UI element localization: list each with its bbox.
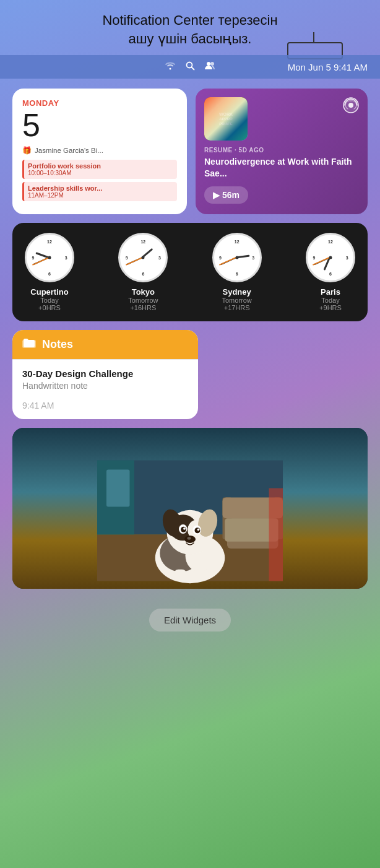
status-datetime: Mon Jun 5 9:41 AM [288, 62, 368, 72]
wifi-icon [165, 61, 176, 72]
svg-point-28 [183, 527, 186, 530]
clock-tokyo: 12 3 6 9 Tokyo Tomorrow +16HRS [118, 233, 168, 311]
svg-rect-32 [174, 570, 187, 581]
gift-icon: 🎁 [22, 146, 32, 155]
svg-point-27 [195, 528, 201, 534]
podcast-header: WORK APPRO PRIATE [204, 97, 359, 141]
podcast-widget[interactable]: WORK APPRO PRIATE [196, 89, 368, 214]
svg-line-1 [191, 67, 194, 69]
photo-widget [12, 428, 368, 589]
clock-sydney: 12 3 6 9 Sydney Tomorrow +17HRS [212, 233, 262, 311]
notes-title: Notes [42, 338, 73, 351]
clocks-row: 12 3 6 9 Cupertino Today +0HRS [25, 233, 355, 311]
svg-point-2 [207, 62, 210, 66]
dog-scene [12, 428, 368, 589]
notes-folder-icon [22, 337, 36, 352]
user-icon [205, 61, 216, 73]
calendar-day: MONDAY [22, 98, 177, 108]
svg-point-3 [210, 62, 214, 66]
notes-note-subtitle: Handwritten note [22, 381, 188, 391]
dog-illustration [97, 453, 283, 589]
clock-face-sydney: 12 3 6 9 [212, 233, 262, 282]
calendar-widget[interactable]: MONDAY 5 🎁 Jasmine Garcia's Bi... Portfo… [12, 89, 187, 214]
podcast-resume-label: RESUME · 5D AGO [204, 147, 359, 154]
svg-rect-33 [193, 570, 206, 581]
top-row-widgets: MONDAY 5 🎁 Jasmine Garcia's Bi... Portfo… [12, 89, 368, 214]
notes-widget[interactable]: Notes 30-Day Design Challenge Handwritte… [12, 330, 198, 419]
svg-point-26 [181, 527, 186, 532]
podcasts-icon [343, 97, 359, 117]
widgets-container: MONDAY 5 🎁 Jasmine Garcia's Bi... Portfo… [0, 79, 380, 599]
clock-face-tokyo: 12 3 6 9 [118, 233, 168, 282]
calendar-birthday: 🎁 Jasmine Garcia's Bi... [22, 146, 177, 155]
clock-widget[interactable]: 12 3 6 9 Cupertino Today +0HRS [12, 223, 368, 321]
podcast-title: Neurodivergence at Work with Faith Sae..… [204, 156, 359, 178]
podcast-art: WORK APPRO PRIATE [204, 97, 248, 141]
edit-widgets-area: Edit Widgets [0, 599, 380, 646]
status-bar: Mon Jun 5 9:41 AM [0, 55, 380, 79]
clock-cupertino: 12 3 6 9 Cupertino Today +0HRS [25, 233, 74, 311]
notes-note-time: 9:41 AM [22, 401, 188, 410]
clock-face-cupertino: 12 3 6 9 [25, 233, 74, 282]
podcast-play-button[interactable]: ▶ 56m [204, 186, 248, 204]
notes-note-title: 30-Day Design Challenge [22, 368, 188, 379]
search-icon [186, 61, 195, 73]
notes-header: Notes [12, 330, 198, 359]
calendar-event-1: Portfolio work session 10:00–10:30AM [22, 160, 177, 179]
calendar-date: 5 [22, 109, 177, 141]
svg-point-31 [188, 537, 191, 540]
svg-point-5 [348, 103, 353, 108]
clock-face-paris: 12 3 6 9 [306, 233, 355, 282]
svg-rect-15 [269, 488, 283, 581]
svg-rect-9 [106, 470, 130, 507]
clock-paris: 12 3 6 9 Paris Today +9HRS [306, 233, 355, 311]
svg-point-29 [197, 529, 200, 531]
edit-widgets-button[interactable]: Edit Widgets [149, 609, 231, 631]
notes-body: 30-Day Design Challenge Handwritten note… [12, 359, 198, 419]
calendar-event-2: Leadership skills wor... 11AM–12PM [22, 182, 177, 201]
